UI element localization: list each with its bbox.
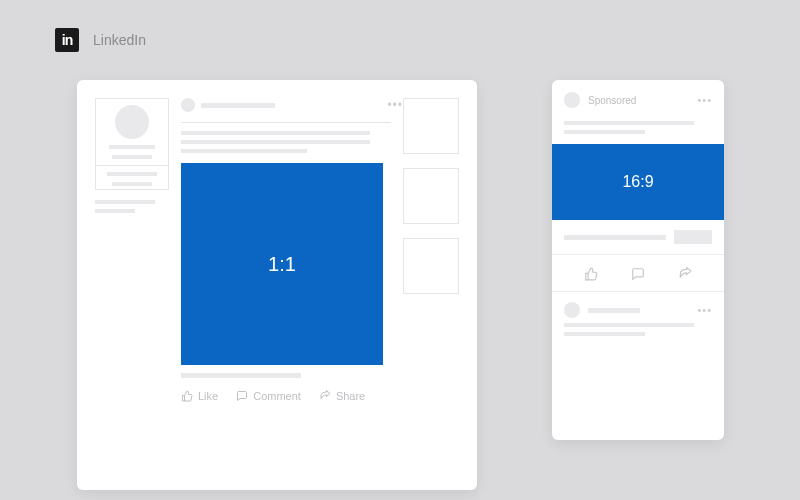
share-label: Share: [336, 390, 365, 402]
post-header: Sponsored •••: [552, 92, 724, 108]
hero-image: 1:1: [181, 163, 383, 365]
placeholder-line: [588, 308, 640, 313]
placeholder-line: [112, 182, 152, 186]
aspect-ratio-label: 16:9: [622, 173, 653, 191]
placeholder-line: [95, 200, 155, 204]
desktop-mockup: ••• 1:1 Like Comment: [77, 80, 477, 490]
placeholder-line: [181, 373, 301, 378]
post-header: •••: [181, 98, 391, 112]
placeholder-line: [107, 172, 157, 176]
desktop-right-rail: [403, 98, 459, 308]
placeholder-line: [181, 131, 370, 135]
post-meta: [552, 220, 724, 244]
like-button[interactable]: Like: [181, 390, 218, 402]
post-actions: [552, 265, 724, 281]
post-avatar: [564, 302, 580, 318]
placeholder-line: [564, 121, 694, 125]
left-rail-links: [95, 200, 169, 213]
mobile-post: Sponsored ••• 16:9: [552, 80, 724, 336]
overflow-icon[interactable]: •••: [697, 94, 712, 106]
profile-avatar: [115, 105, 149, 139]
like-label: Like: [198, 390, 218, 402]
post-body: [564, 323, 712, 336]
placeholder-line: [564, 332, 645, 336]
right-rail-thumb: [403, 98, 459, 154]
placeholder-line: [564, 323, 694, 327]
share-button[interactable]: Share: [319, 390, 365, 402]
header: in LinkedIn: [0, 0, 800, 52]
like-icon[interactable]: [584, 267, 598, 281]
profile-card: [95, 98, 169, 190]
linkedin-logo-icon: in: [55, 28, 79, 52]
post-actions: Like Comment Share: [181, 390, 391, 402]
share-icon[interactable]: [678, 267, 692, 281]
divider: [552, 254, 724, 255]
comment-button[interactable]: Comment: [236, 390, 301, 402]
brand-name: LinkedIn: [93, 32, 146, 48]
comment-label: Comment: [253, 390, 301, 402]
overflow-icon[interactable]: •••: [387, 98, 403, 112]
hero-image: 16:9: [552, 144, 724, 220]
mobile-mockup: Sponsored ••• 16:9: [552, 80, 724, 440]
placeholder-line: [112, 155, 152, 159]
desktop-left-rail: [95, 98, 169, 218]
divider: [96, 165, 168, 166]
placeholder-line: [109, 145, 155, 149]
placeholder-line: [181, 140, 370, 144]
right-rail-thumb: [403, 238, 459, 294]
placeholder-line: [95, 209, 135, 213]
comment-icon: [236, 390, 248, 402]
post-header: •••: [564, 302, 712, 318]
logo-text: in: [62, 32, 72, 48]
post-avatar: [564, 92, 580, 108]
placeholder-line: [564, 130, 645, 134]
aspect-ratio-label: 1:1: [268, 253, 296, 276]
share-icon: [319, 390, 331, 402]
divider: [552, 291, 724, 292]
right-rail-thumb: [403, 168, 459, 224]
like-icon: [181, 390, 193, 402]
post-avatar: [181, 98, 195, 112]
placeholder-line: [564, 235, 666, 240]
desktop-feed-post: ••• 1:1 Like Comment: [181, 98, 391, 402]
mobile-post-2: •••: [552, 302, 724, 336]
divider: [181, 122, 391, 123]
post-body: [552, 108, 724, 134]
placeholder-line: [201, 103, 275, 108]
sponsored-label: Sponsored: [588, 95, 636, 106]
overflow-icon[interactable]: •••: [697, 304, 712, 316]
comment-icon[interactable]: [631, 267, 645, 281]
cta-button[interactable]: [674, 230, 712, 244]
